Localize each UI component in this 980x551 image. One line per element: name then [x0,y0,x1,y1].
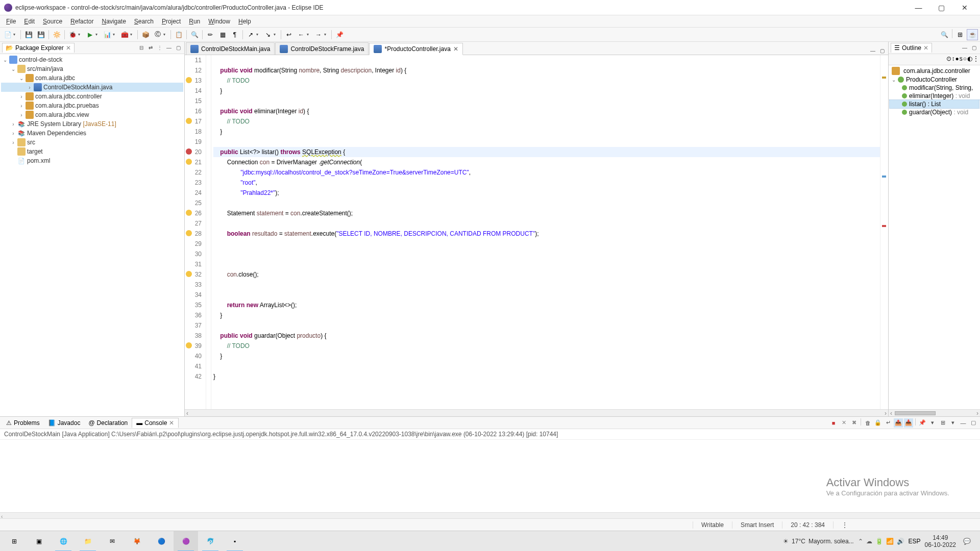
display-console-button[interactable]: ▾ [928,418,937,428]
outline-class[interactable]: ⌄ProductoController [890,76,979,84]
minimize-console-button[interactable]: — [959,418,968,428]
package-node[interactable]: ›com.alura.jdbc.view [1,110,183,119]
package-node[interactable]: ⌄com.alura.jdbc [1,73,183,83]
workbench-app[interactable]: 🐬 [198,531,223,552]
outline-scrollbar[interactable]: ‹ › [889,409,980,416]
close-button[interactable]: ✕ [953,0,976,15]
forward-dropdown[interactable]: ▾ [324,32,329,37]
remove-launch-button[interactable]: ✕ [839,418,848,428]
link-editor-button[interactable]: ⇄ [146,44,155,52]
wifi-icon[interactable]: 📶 [886,538,894,545]
volume-icon[interactable]: 🔊 [897,538,904,545]
close-icon[interactable]: ✕ [169,419,174,427]
next-annotation-button[interactable]: ↗ [245,29,256,40]
minimize-button[interactable]: — [907,0,930,15]
menu-source[interactable]: Source [39,17,66,26]
scroll-lock-button[interactable]: 🔒 [873,418,883,428]
console-tab-console[interactable]: ▬Console ✕ [132,418,179,428]
maximize-button[interactable]: ▢ [930,0,953,15]
menu-search[interactable]: Search [130,17,158,26]
debug-button[interactable]: 🐞 [67,29,78,40]
show-whitespace-button[interactable]: ¶ [229,29,240,40]
pom-node[interactable]: 📄pom.xml [1,156,183,165]
editor-minimize-button[interactable]: — [869,46,877,55]
chevron-up-icon[interactable]: ⌃ [858,538,863,545]
language-indicator[interactable]: ESP [909,538,921,545]
class-dropdown[interactable]: ▾ [163,32,168,37]
editor-tab[interactable]: ControlDeStockFrame.java [275,42,369,55]
pin-editor-button[interactable]: 📌 [334,29,345,40]
word-wrap-button[interactable]: ↵ [884,418,893,428]
toggle-block-button[interactable]: ▦ [217,29,228,40]
save-all-button[interactable]: 💾 [35,29,46,40]
editor-maximize-button[interactable]: ▢ [878,46,886,55]
focus-button[interactable]: ⊙ [946,55,951,64]
console-tab-problems[interactable]: ⚠Problems [2,418,44,428]
java-perspective-button[interactable]: ☕ [967,29,978,40]
outline-tab[interactable]: ☰ Outline ✕ [891,43,932,53]
console-output[interactable]: Activar Windows Ve a Configuración para … [0,440,980,512]
maximize-view-button[interactable]: ▢ [970,44,978,52]
new-button[interactable]: 📄 [2,29,13,40]
system-tray[interactable]: ⌃ ☁ 🔋 📶 🔊 [858,538,904,545]
pin-console-button[interactable]: 📌 [918,418,927,428]
menu-window[interactable]: Window [204,17,234,26]
outline-method[interactable]: modificar(String, String, [890,84,979,92]
onedrive-icon[interactable]: ☁ [866,538,872,545]
maximize-console-button[interactable]: ▢ [969,418,978,428]
new-java-class-button[interactable]: Ⓒ [152,29,163,40]
forward-button[interactable]: → [313,29,324,40]
java-file-node[interactable]: ›ControlDeStockMain.java [1,83,183,92]
next-ann-dropdown[interactable]: ▾ [256,32,261,37]
save-button[interactable]: 💾 [23,29,34,40]
hide-fields-button[interactable]: ● [955,55,959,64]
back-button[interactable]: ← [296,29,307,40]
package-node[interactable]: ›com.alura.jdbc.pruebas [1,101,183,110]
open-type-button[interactable]: 🔆 [51,29,62,40]
overview-ruler[interactable] [880,55,888,409]
package-explorer-tab[interactable]: 📂 Package Explorer ✕ [2,43,75,53]
last-edit-button[interactable]: ↩ [283,29,295,40]
chrome-app[interactable]: 🔵 [149,531,174,552]
view-menu-button[interactable]: ⋮ [156,44,164,52]
outline-method[interactable]: eliminar(Integer) : void [890,92,979,100]
external-dropdown[interactable]: ▾ [130,32,135,37]
console-scrollbar[interactable]: ‹ [0,512,980,518]
back-dropdown[interactable]: ▾ [307,32,312,37]
start-button[interactable]: ⊞ [2,531,27,552]
new-java-package-button[interactable]: 📦 [140,29,151,40]
menu-help[interactable]: Help [234,17,255,26]
outline-package[interactable]: com.alura.jdbc.controller [890,66,979,76]
maximize-view-button[interactable]: ▢ [174,44,182,52]
menu-refactor[interactable]: Refactor [66,17,97,26]
close-tab-button[interactable]: ✕ [453,45,458,53]
console-tab-javadoc[interactable]: 📘Javadoc [44,418,85,428]
firefox-app[interactable]: 🦊 [125,531,149,552]
fold-column[interactable] [206,55,211,409]
menu-edit[interactable]: Edit [20,17,39,26]
eclipse-app[interactable]: 🟣 [174,531,198,552]
minimize-view-button[interactable]: — [165,44,173,52]
close-icon[interactable]: ✕ [66,44,71,52]
clock[interactable]: 14:49 06-10-2022 [925,534,956,548]
src-folder-node[interactable]: ⌄src/main/java [1,64,183,73]
outline-tree[interactable]: com.alura.jdbc.controller ⌄ProductoContr… [889,65,980,409]
terminate-button[interactable]: ■ [829,418,838,428]
mail-app[interactable]: ✉ [100,531,125,552]
src-node[interactable]: ›src [1,138,183,147]
toggle-mark-button[interactable]: ✏ [205,29,216,40]
maven-deps-node[interactable]: ›📚Maven Dependencies [1,129,183,138]
hide-nonpublic-button[interactable]: ○ [963,55,967,64]
console-tab-declaration[interactable]: @Declaration [84,418,132,428]
outline-menu-button[interactable]: ⋮ [973,55,979,64]
hide-static-button[interactable]: s [960,55,963,64]
outline-method[interactable]: guardar(Object) : void [890,108,979,116]
hide-local-button[interactable]: ◐ [967,55,972,64]
open-perspective-button[interactable]: ⊞ [954,29,966,40]
search-button[interactable]: 🔍 [189,29,200,40]
editor-horizontal-scrollbar[interactable]: ‹ › [185,409,888,416]
open-task-button[interactable]: 📋 [173,29,184,40]
prev-annotation-button[interactable]: ↘ [262,29,274,40]
coverage-button[interactable]: 📊 [102,29,113,40]
run-button[interactable]: ▶ [84,29,95,40]
